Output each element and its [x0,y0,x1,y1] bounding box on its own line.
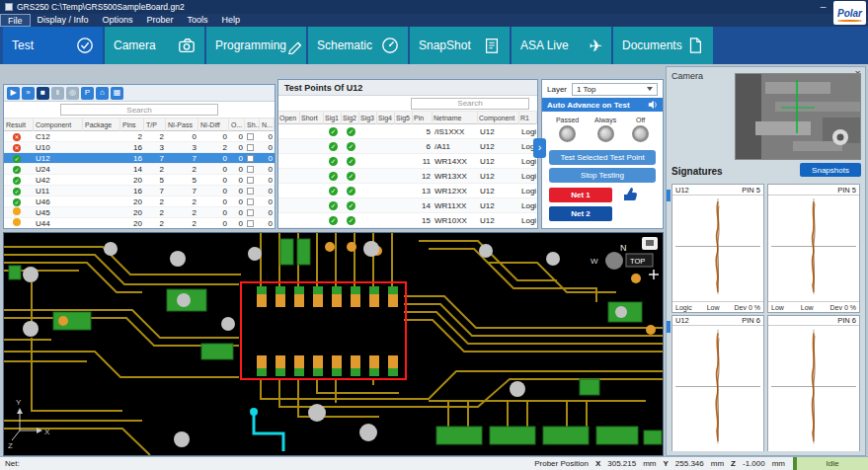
checkbox[interactable] [247,209,254,216]
checkbox[interactable] [247,155,254,162]
column-header[interactable]: O... [229,118,245,131]
column-header[interactable]: Open [278,112,300,124]
sig1-cell [324,127,342,136]
signature-dev: Dev 0 % [735,304,760,311]
option-off[interactable]: Off [632,117,649,142]
table-row[interactable]: U12 16 7 7 0 0 0 [4,153,275,164]
table-row[interactable]: 6 /A11 U12 Logi [278,139,537,154]
table-row[interactable]: U42 20 5 5 0 0 0 [4,175,275,186]
stop-button[interactable]: ■ [37,87,49,100]
option-always[interactable]: Always [594,117,616,142]
minimize-button[interactable]: ─ [821,3,827,12]
tab-camera[interactable]: Camera [105,27,204,64]
checkbox[interactable] [247,198,254,205]
table-row[interactable]: U10 16 3 3 2 0 0 [4,142,275,153]
camera-image[interactable] [735,73,861,160]
column-header[interactable]: Component [478,112,519,124]
table-row[interactable]: U45 20 2 2 0 0 0 [4,207,275,218]
toggle-knob[interactable] [559,125,576,142]
grid-button[interactable]: ▦ [111,87,123,100]
column-header[interactable]: R1 [519,112,537,124]
table-row[interactable]: 11 WR14XX U12 Logi [278,154,537,169]
column-header[interactable]: Pins [120,118,144,131]
column-header[interactable]: Short [300,112,324,124]
net2-button[interactable]: Net 2 [549,206,612,221]
pcb-layout-view[interactable]: N W TOP Y X Z [3,232,664,456]
column-header[interactable]: N... [260,118,275,131]
checkbox[interactable] [247,166,254,173]
probe-button[interactable]: P [81,87,94,100]
table-row[interactable]: 14 WR11XX U12 Logi [278,198,537,213]
column-header[interactable]: Netname [433,112,478,124]
pause-button[interactable]: ‖ [51,87,64,100]
option-passed[interactable]: Passed [556,117,579,142]
component-cell: U12 [478,127,519,136]
signature-cell[interactable]: U12 PIN 5 Logic Low Dev 0 % [671,184,764,313]
toggle-knob[interactable] [632,125,649,142]
home-button[interactable]: ⌂ [96,87,109,100]
menu-item[interactable]: Options [96,14,140,27]
toggle-knob[interactable] [597,125,614,142]
table-row[interactable]: 12 WR13XX U12 Logi [278,169,537,184]
checkbox[interactable] [247,144,254,151]
tab-documents[interactable]: Documents [613,27,713,64]
result-cell [4,143,34,152]
tab-schematic[interactable]: Schematic [308,27,408,64]
checkbox[interactable] [247,220,254,227]
pass-check-icon [347,201,355,210]
table-row[interactable]: U11 16 7 7 0 0 0 [4,186,275,196]
column-header[interactable]: Sig4 [377,112,395,124]
table-row[interactable]: 5 /IS1XXX U12 Logi [278,124,537,139]
column-header[interactable]: Sig3 [359,112,377,124]
column-header[interactable]: Pin [413,112,433,124]
column-header[interactable]: Sig5 [395,112,413,124]
table-row[interactable]: C12 2 2 0 0 0 0 [4,131,275,142]
testpoints-search-input[interactable] [411,98,529,110]
net1-button[interactable]: Net 1 [549,188,612,202]
column-header[interactable]: Package [83,118,120,131]
pins-cell: 16 [120,187,144,196]
stop-testing-button[interactable]: Stop Testing [549,168,656,183]
tab-programming[interactable]: Programming [206,27,306,64]
signature-cell[interactable]: PIN 6 [767,315,860,451]
column-header[interactable]: NI-Pass [166,118,198,131]
o-cell: 0 [229,187,245,196]
column-header[interactable]: T/P [144,118,166,131]
table-row[interactable]: U46 20 2 2 0 0 0 [4,196,275,207]
app-window: GRS250 C:\Temp\GRS500SampleBoard.gn2 ─ □… [0,0,868,470]
next-testpoint-button[interactable]: › [533,138,546,158]
column-header[interactable]: Sig2 [342,112,359,124]
menu-item[interactable]: Display / Info [31,14,96,27]
signature-cell[interactable]: PIN 5 Low Low Dev 0 % [767,184,860,313]
run-button[interactable]: ▶ [7,87,20,100]
table-row[interactable]: U44 20 2 2 0 0 0 [4,218,275,229]
menu-item[interactable]: Help [215,14,248,27]
column-header[interactable]: Sh... [245,118,260,131]
column-header[interactable]: Component [34,118,83,131]
snapshots-button[interactable]: Snapshots [800,163,861,177]
column-header[interactable]: Sig1 [324,112,342,124]
signature-cell[interactable]: U12 PIN 6 [671,315,764,451]
tab-test[interactable]: Test [3,27,103,64]
tab-snapshot[interactable]: SnapShot [410,27,510,64]
menu-item[interactable]: Prober [140,14,181,27]
components-search-input[interactable] [60,104,218,116]
speaker-icon[interactable] [648,100,658,110]
signature-row-marker[interactable] [667,321,671,333]
column-header[interactable]: Result [4,118,34,131]
run-all-button[interactable]: » [22,87,35,100]
menu-item[interactable]: File [0,14,31,27]
column-header[interactable]: NI-Diff [198,118,229,131]
table-row[interactable]: 15 WR10XX U12 Logi [278,213,537,228]
camera-view-button[interactable]: ◎ [66,87,79,100]
checkbox[interactable] [247,188,254,195]
layer-select[interactable]: 1 Top [572,83,658,96]
table-row[interactable]: 13 WR12XX U12 Logi [278,184,537,198]
menu-item[interactable]: Tools [181,14,215,27]
checkbox[interactable] [247,177,254,184]
test-selected-button[interactable]: Test Selected Test Point [549,150,656,165]
table-row[interactable]: U24 14 2 2 0 0 0 [4,164,275,175]
checkbox[interactable] [247,133,254,140]
tab-asa-live[interactable]: ASA Live ✈ [512,27,611,64]
signature-row-marker[interactable] [667,190,671,201]
